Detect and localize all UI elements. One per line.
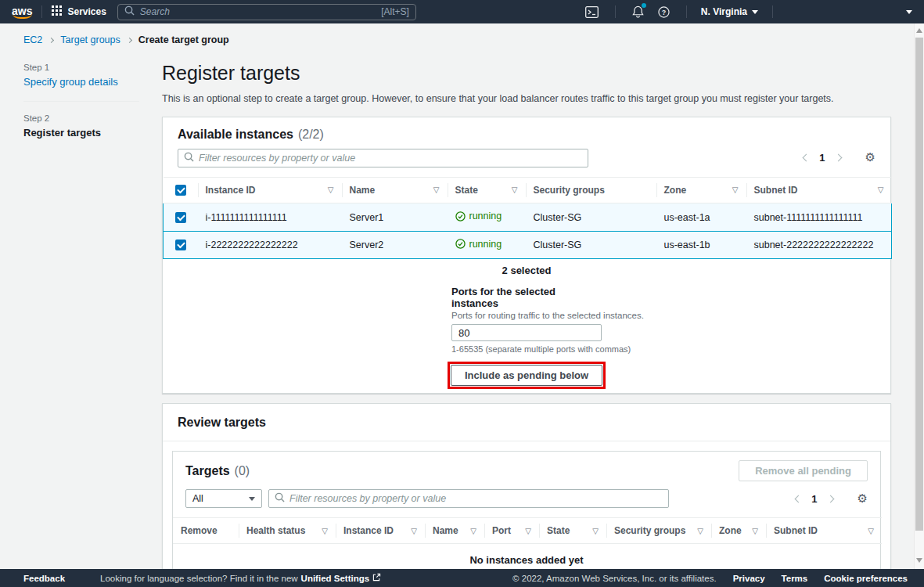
- breadcrumb: EC2 Target groups Create target group: [0, 23, 924, 45]
- content-area: EC2 Target groups Create target group St…: [0, 23, 924, 569]
- column-header-port[interactable]: Port▽: [484, 518, 539, 544]
- sort-icon[interactable]: ▽: [525, 527, 531, 535]
- global-search-input[interactable]: Search [Alt+S]: [117, 4, 416, 20]
- search-placeholder: Search: [140, 6, 376, 17]
- sort-icon[interactable]: ▽: [433, 185, 440, 194]
- available-instances-table: Instance ID▽ Name▽ State▽ Security group…: [163, 177, 892, 260]
- empty-state-title: No instances added yet: [173, 554, 880, 566]
- column-header-subnet-id[interactable]: Subnet ID▽: [766, 518, 882, 544]
- sort-icon[interactable]: ▽: [697, 527, 703, 535]
- row-checkbox[interactable]: [175, 239, 186, 250]
- targets-title: Targets: [185, 464, 230, 478]
- services-menu[interactable]: Services: [52, 5, 106, 18]
- sort-icon[interactable]: ▽: [592, 527, 599, 535]
- external-link-icon: [372, 573, 381, 583]
- cell-subnet-id: subnet-1111111111111111: [746, 203, 892, 232]
- sort-icon[interactable]: ▽: [878, 185, 884, 194]
- column-header-subnet-id[interactable]: Subnet ID▽: [746, 177, 892, 203]
- column-header-state[interactable]: State▽: [539, 518, 606, 544]
- targets-table: Remove Health status▽ Instance ID▽ Name▽…: [173, 517, 882, 544]
- sidebar-item-step1[interactable]: Specify group details: [23, 76, 139, 88]
- page-number[interactable]: 1: [819, 152, 825, 164]
- help-icon[interactable]: ?: [658, 6, 670, 18]
- sidebar-item-step2: Register targets: [23, 127, 139, 139]
- aws-logo[interactable]: aws: [12, 5, 32, 19]
- divider: [41, 5, 42, 18]
- ports-input[interactable]: [451, 324, 602, 341]
- sort-icon[interactable]: ▽: [868, 527, 874, 535]
- breadcrumb-ec2[interactable]: EC2: [23, 34, 42, 45]
- ports-label: Ports for the selected instances: [451, 286, 602, 309]
- previous-page-icon[interactable]: [795, 495, 803, 502]
- cell-instance-id: i-1111111111111111: [198, 203, 342, 232]
- targets-panel: Targets (0) Remove all pending All: [172, 451, 881, 569]
- scroll-down-arrow-icon[interactable]: [916, 558, 922, 563]
- cell-security-groups: Cluster-SG: [526, 203, 656, 232]
- select-all-checkbox[interactable]: [175, 185, 186, 196]
- column-header-state[interactable]: State▽: [448, 177, 526, 203]
- vertical-scrollbar[interactable]: [914, 23, 924, 569]
- search-icon: [184, 151, 194, 165]
- column-header-instance-id[interactable]: Instance ID▽: [198, 177, 342, 203]
- top-navbar: aws Services Search [Alt+S] ? N. Virgini…: [0, 0, 924, 23]
- column-header-zone[interactable]: Zone▽: [656, 177, 746, 203]
- cell-zone: us-east-1a: [656, 203, 746, 232]
- previous-page-icon[interactable]: [803, 154, 811, 162]
- unified-settings-link[interactable]: Unified Settings: [301, 574, 370, 583]
- sort-icon[interactable]: ▽: [732, 185, 739, 194]
- feedback-button[interactable]: Feedback: [23, 574, 65, 583]
- sort-icon[interactable]: ▽: [470, 527, 476, 535]
- remove-all-pending-button[interactable]: Remove all pending: [739, 460, 868, 481]
- breadcrumb-target-groups[interactable]: Target groups: [60, 34, 120, 45]
- cell-zone: us-east-1b: [656, 231, 746, 259]
- next-page-icon[interactable]: [834, 154, 842, 162]
- account-menu-caret-icon[interactable]: [906, 10, 912, 14]
- column-header-instance-id[interactable]: Instance ID▽: [336, 518, 425, 544]
- privacy-link[interactable]: Privacy: [733, 574, 765, 583]
- cell-state: running: [448, 231, 526, 259]
- settings-gear-icon[interactable]: ⚙: [857, 493, 868, 505]
- settings-gear-icon[interactable]: ⚙: [865, 152, 875, 164]
- available-instances-title: Available instances: [178, 128, 293, 142]
- instances-filter-box: [178, 149, 588, 167]
- chevron-right-icon: [49, 37, 54, 42]
- region-selector[interactable]: N. Virginia: [701, 6, 758, 17]
- sort-icon[interactable]: ▽: [752, 527, 758, 535]
- terms-link[interactable]: Terms: [782, 574, 808, 583]
- scroll-up-arrow-icon[interactable]: [916, 28, 922, 33]
- column-header-name[interactable]: Name▽: [425, 518, 484, 544]
- cell-name: Server2: [342, 231, 448, 259]
- cell-security-groups: Cluster-SG: [526, 231, 656, 259]
- ports-description: Ports for routing traffic to the selecte…: [451, 311, 602, 320]
- sort-icon[interactable]: ▽: [411, 527, 417, 535]
- column-header-name[interactable]: Name▽: [342, 177, 448, 203]
- cookie-preferences-link[interactable]: Cookie preferences: [824, 574, 908, 583]
- targets-filter-input[interactable]: [289, 493, 663, 504]
- cloudshell-icon[interactable]: [585, 6, 599, 18]
- sort-icon[interactable]: ▽: [512, 185, 518, 194]
- instances-filter-input[interactable]: [199, 153, 582, 164]
- copyright-text: © 2022, Amazon Web Services, Inc. or its…: [512, 574, 717, 583]
- table-row-server1[interactable]: i-1111111111111111 Server1 running Clust…: [164, 203, 892, 232]
- step2-label: Step 2: [23, 113, 139, 123]
- sort-icon[interactable]: ▽: [328, 185, 334, 194]
- services-grid-icon: [52, 5, 62, 18]
- step1-label: Step 1: [23, 63, 139, 72]
- page-description: This is an optional step to create a tar…: [162, 93, 891, 104]
- review-targets-title: Review targets: [178, 416, 266, 429]
- column-header-security-groups[interactable]: Security groups: [526, 177, 656, 203]
- column-header-security-groups[interactable]: Security groups▽: [606, 518, 711, 544]
- sort-icon[interactable]: ▽: [322, 527, 328, 535]
- column-header-zone[interactable]: Zone▽: [711, 518, 766, 544]
- wizard-steps-sidebar: Step 1 Specify group details Step 2 Regi…: [23, 63, 139, 569]
- search-icon: [275, 492, 285, 506]
- row-checkbox[interactable]: [175, 212, 186, 223]
- table-row-server2[interactable]: i-2222222222222222 Server2 running Clust…: [164, 231, 892, 259]
- include-as-pending-button[interactable]: Include as pending below: [451, 365, 602, 386]
- scrollbar-thumb[interactable]: [915, 38, 923, 531]
- column-header-health-status[interactable]: Health status▽: [239, 518, 336, 544]
- targets-filter-dropdown[interactable]: All: [185, 489, 262, 508]
- notifications-bell-icon[interactable]: [632, 5, 644, 18]
- next-page-icon[interactable]: [826, 495, 834, 502]
- page-number[interactable]: 1: [811, 493, 817, 505]
